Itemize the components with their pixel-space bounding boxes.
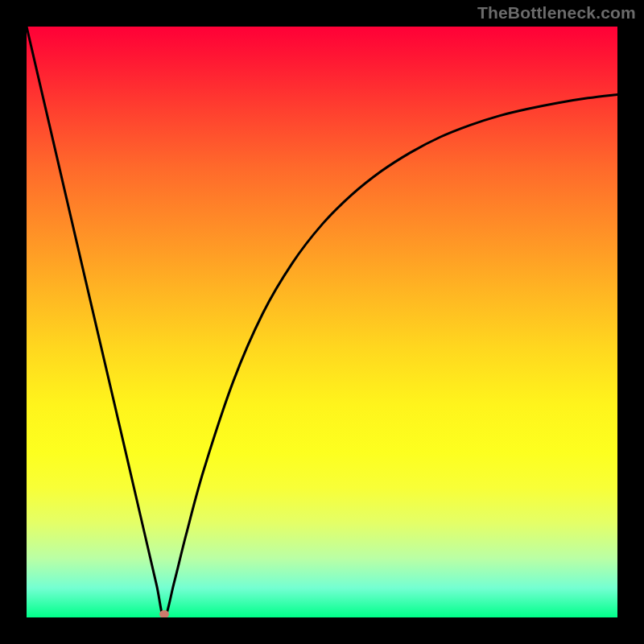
bottleneck-curve — [27, 27, 617, 617]
minimum-marker — [159, 610, 169, 617]
plot-area — [27, 27, 617, 617]
chart-frame: TheBottleneck.com — [0, 0, 644, 644]
watermark-text: TheBottleneck.com — [477, 3, 636, 23]
